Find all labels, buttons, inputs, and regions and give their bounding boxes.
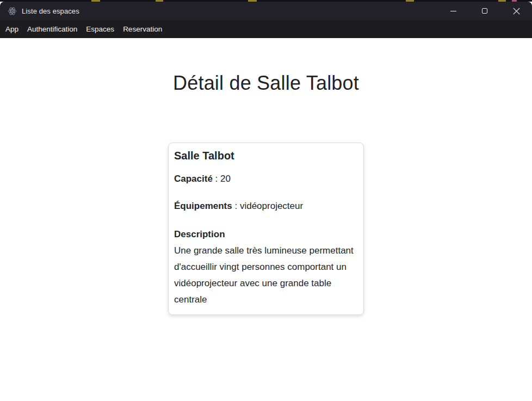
window-title: Liste des espaces (22, 7, 79, 15)
description-label: Description (174, 226, 358, 243)
capacity-value: 20 (220, 174, 231, 184)
menu-item-espaces[interactable]: Espaces (82, 20, 119, 38)
wallpaper-speck (498, 0, 506, 2)
desktop-peek-strip (0, 0, 532, 2)
maximize-icon (482, 8, 487, 14)
wallpaper-speck (91, 0, 100, 2)
electron-atom-icon (8, 7, 17, 16)
menubar: App Authentification Espaces Reservation (0, 20, 532, 38)
space-detail-card: Salle Talbot Capacité : 20 Équipements :… (168, 143, 364, 315)
capacity-row: Capacité : 20 (174, 172, 358, 186)
equipment-value: vidéoprojecteur (240, 201, 303, 211)
wallpaper-speck (406, 0, 414, 2)
equipment-separator: : (232, 201, 240, 211)
close-button[interactable] (500, 2, 532, 20)
maximize-button[interactable] (469, 2, 500, 20)
titlebar[interactable]: Liste des espaces (0, 2, 532, 20)
description-block: DescriptionUne grande salle très lumineu… (174, 226, 358, 308)
wallpaper-speck (248, 0, 257, 2)
description-text: Une grande salle très lumineuse permetta… (174, 245, 354, 305)
equipment-label: Équipements (174, 201, 232, 211)
caption-controls (437, 2, 532, 20)
wallpaper-speck (512, 0, 517, 2)
minimize-icon (450, 11, 456, 11)
page-title: Détail de Salle Talbot (0, 72, 532, 95)
capacity-separator: : (213, 174, 220, 184)
main-content: Détail de Salle Talbot Salle Talbot Capa… (0, 72, 532, 401)
equipment-row: Équipements : vidéoprojecteur (174, 199, 358, 213)
menu-item-reservation[interactable]: Reservation (119, 20, 166, 38)
menu-item-app[interactable]: App (1, 20, 23, 38)
menu-item-authentification[interactable]: Authentification (23, 20, 82, 38)
wallpaper-speck (156, 0, 163, 2)
capacity-label: Capacité (174, 174, 213, 184)
minimize-button[interactable] (437, 2, 469, 20)
card-title: Salle Talbot (174, 149, 358, 162)
close-icon (513, 8, 520, 15)
app-window: Liste des espaces App Authentification E… (0, 0, 532, 401)
